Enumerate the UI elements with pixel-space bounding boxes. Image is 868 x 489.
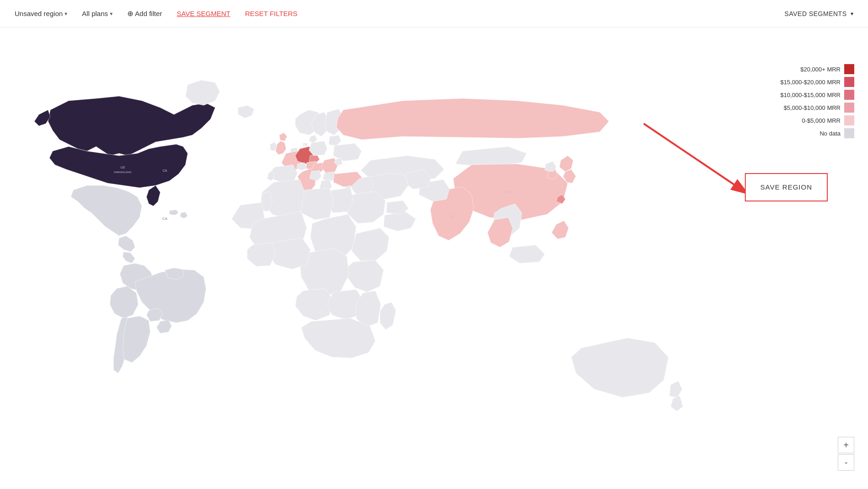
add-filter-button[interactable]: ⊕ Add filter xyxy=(124,7,166,20)
legend-item-3: $5,000-$10,000 MRR xyxy=(780,103,854,113)
legend-label-0: $20,000+ MRR xyxy=(800,66,841,73)
legend-item-5: No data xyxy=(780,128,854,138)
svg-text:CA: CA xyxy=(162,217,168,221)
region-label: Unsaved region xyxy=(15,10,63,17)
region-chevron-icon: ▾ xyxy=(65,11,67,17)
save-region-label: SAVE REGION xyxy=(760,183,812,191)
map-container: CA CA US HAWAII/ALASKA RU CN IN DE $20,0… xyxy=(0,27,868,489)
saved-segments-chevron-icon: ▾ xyxy=(851,11,854,17)
legend-color-2 xyxy=(844,90,854,100)
add-filter-label: Add filter xyxy=(135,10,162,17)
svg-text:CN: CN xyxy=(505,190,511,194)
svg-text:HAWAII/ALASKA: HAWAII/ALASKA xyxy=(114,171,132,174)
legend-label-2: $10,000-$15,000 MRR xyxy=(780,92,841,98)
legend-item-0: $20,000+ MRR xyxy=(780,64,854,74)
world-map[interactable]: CA CA US HAWAII/ALASKA RU CN IN DE xyxy=(14,55,723,467)
svg-text:RU: RU xyxy=(391,123,396,127)
legend-color-5 xyxy=(844,128,854,138)
reset-filters-label: RESET FILTERS xyxy=(245,10,297,17)
legend-color-0 xyxy=(844,64,854,74)
plans-dropdown[interactable]: All plans ▾ xyxy=(78,8,116,19)
reset-filters-button[interactable]: RESET FILTERS xyxy=(241,8,301,19)
toolbar: Unsaved region ▾ All plans ▾ ⊕ Add filte… xyxy=(0,0,868,27)
legend-label-4: 0-$5,000 MRR xyxy=(802,117,841,124)
svg-text:DE: DE xyxy=(303,143,308,146)
legend: $20,000+ MRR $15,000-$20,000 MRR $10,000… xyxy=(780,64,854,138)
zoom-out-button[interactable]: - xyxy=(838,454,854,471)
save-segment-label: SAVE SEGMENT xyxy=(177,10,230,17)
zoom-controls: + - xyxy=(838,437,854,471)
legend-item-1: $15,000-$20,000 MRR xyxy=(780,77,854,87)
zoom-in-button[interactable]: + xyxy=(838,437,854,453)
zoom-in-label: + xyxy=(843,440,849,451)
legend-color-3 xyxy=(844,103,854,113)
saved-segments-button[interactable]: SAVED SEGMENTS ▾ xyxy=(781,8,857,19)
toolbar-left: Unsaved region ▾ All plans ▾ ⊕ Add filte… xyxy=(11,7,777,20)
legend-label-1: $15,000-$20,000 MRR xyxy=(780,79,841,86)
legend-item-2: $10,000-$15,000 MRR xyxy=(780,90,854,100)
svg-text:IN: IN xyxy=(449,214,453,218)
region-dropdown[interactable]: Unsaved region ▾ xyxy=(11,8,71,19)
save-segment-button[interactable]: SAVE SEGMENT xyxy=(173,8,234,19)
zoom-out-label: - xyxy=(845,457,848,468)
legend-item-4: 0-$5,000 MRR xyxy=(780,115,854,125)
save-region-button[interactable]: SAVE REGION xyxy=(745,173,828,201)
toolbar-right: SAVED SEGMENTS ▾ xyxy=(781,8,857,19)
legend-label-5: No data xyxy=(819,130,841,137)
add-filter-plus-icon: ⊕ xyxy=(127,9,133,18)
legend-color-4 xyxy=(844,115,854,125)
plans-label: All plans xyxy=(82,10,108,17)
svg-text:US: US xyxy=(120,166,125,169)
legend-color-1 xyxy=(844,77,854,87)
plans-chevron-icon: ▾ xyxy=(110,11,113,17)
legend-label-3: $5,000-$10,000 MRR xyxy=(784,104,841,111)
saved-segments-label: SAVED SEGMENTS xyxy=(785,10,847,17)
svg-text:CA: CA xyxy=(163,169,167,172)
